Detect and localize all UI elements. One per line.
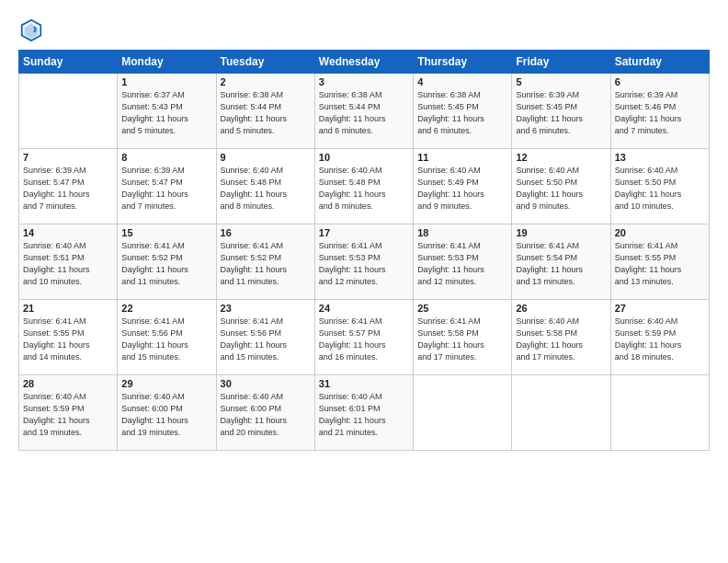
day-info: Sunrise: 6:39 AM Sunset: 5:47 PM Dayligh…	[23, 165, 113, 213]
calendar-cell: 17Sunrise: 6:41 AM Sunset: 5:53 PM Dayli…	[314, 224, 413, 300]
week-row-2: 14Sunrise: 6:40 AM Sunset: 5:51 PM Dayli…	[19, 224, 710, 300]
day-number: 20	[615, 227, 705, 238]
calendar-cell: 21Sunrise: 6:41 AM Sunset: 5:55 PM Dayli…	[19, 300, 118, 375]
calendar-cell: 22Sunrise: 6:41 AM Sunset: 5:56 PM Dayli…	[118, 300, 216, 375]
calendar-cell: 14Sunrise: 6:40 AM Sunset: 5:51 PM Dayli…	[19, 224, 118, 300]
day-number: 25	[417, 303, 507, 314]
header-cell-thursday: Thursday	[414, 51, 512, 74]
calendar-cell	[610, 375, 709, 451]
day-info: Sunrise: 6:41 AM Sunset: 5:55 PM Dayligh…	[615, 240, 705, 288]
day-info: Sunrise: 6:39 AM Sunset: 5:47 PM Dayligh…	[121, 165, 211, 213]
day-number: 7	[23, 152, 113, 163]
day-info: Sunrise: 6:41 AM Sunset: 5:52 PM Dayligh…	[221, 240, 311, 288]
calendar-cell: 26Sunrise: 6:40 AM Sunset: 5:58 PM Dayli…	[512, 300, 610, 375]
header-cell-tuesday: Tuesday	[216, 51, 314, 74]
day-info: Sunrise: 6:40 AM Sunset: 6:01 PM Dayligh…	[319, 391, 409, 439]
day-number: 18	[417, 227, 507, 238]
header-cell-friday: Friday	[512, 51, 610, 74]
week-row-4: 28Sunrise: 6:40 AM Sunset: 5:59 PM Dayli…	[19, 375, 710, 451]
logo-icon	[18, 17, 44, 42]
day-number: 15	[121, 227, 211, 238]
day-number: 21	[23, 303, 113, 314]
day-number: 14	[23, 227, 113, 238]
calendar-cell: 25Sunrise: 6:41 AM Sunset: 5:58 PM Dayli…	[414, 300, 512, 375]
day-info: Sunrise: 6:40 AM Sunset: 6:00 PM Dayligh…	[121, 391, 211, 439]
day-number: 3	[319, 76, 409, 87]
day-number: 16	[221, 227, 311, 238]
day-number: 9	[221, 152, 311, 163]
calendar-cell: 12Sunrise: 6:40 AM Sunset: 5:50 PM Dayli…	[512, 149, 610, 224]
day-info: Sunrise: 6:41 AM Sunset: 5:54 PM Dayligh…	[516, 240, 606, 288]
week-row-0: 1Sunrise: 6:37 AM Sunset: 5:43 PM Daylig…	[19, 74, 710, 149]
day-number: 17	[319, 227, 409, 238]
day-info: Sunrise: 6:41 AM Sunset: 5:52 PM Dayligh…	[121, 240, 211, 288]
day-info: Sunrise: 6:40 AM Sunset: 5:59 PM Dayligh…	[23, 391, 113, 439]
day-number: 4	[417, 76, 507, 87]
day-number: 24	[319, 303, 409, 314]
calendar-page: SundayMondayTuesdayWednesdayThursdayFrid…	[0, 0, 728, 563]
calendar-cell: 31Sunrise: 6:40 AM Sunset: 6:01 PM Dayli…	[314, 375, 413, 451]
calendar-cell: 20Sunrise: 6:41 AM Sunset: 5:55 PM Dayli…	[610, 224, 709, 300]
day-number: 12	[516, 152, 606, 163]
day-number: 23	[221, 303, 311, 314]
day-number: 22	[121, 303, 211, 314]
day-info: Sunrise: 6:40 AM Sunset: 5:49 PM Dayligh…	[417, 165, 507, 213]
calendar-cell: 16Sunrise: 6:41 AM Sunset: 5:52 PM Dayli…	[216, 224, 314, 300]
day-info: Sunrise: 6:37 AM Sunset: 5:43 PM Dayligh…	[121, 89, 211, 137]
header	[18, 17, 710, 42]
calendar-cell: 27Sunrise: 6:40 AM Sunset: 5:59 PM Dayli…	[610, 300, 709, 375]
header-cell-monday: Monday	[118, 51, 216, 74]
day-info: Sunrise: 6:41 AM Sunset: 5:57 PM Dayligh…	[319, 316, 409, 363]
header-row: SundayMondayTuesdayWednesdayThursdayFrid…	[19, 51, 710, 74]
day-number: 27	[615, 303, 705, 314]
day-info: Sunrise: 6:38 AM Sunset: 5:45 PM Dayligh…	[417, 89, 507, 137]
day-info: Sunrise: 6:38 AM Sunset: 5:44 PM Dayligh…	[319, 89, 409, 137]
day-number: 5	[516, 76, 606, 87]
calendar-cell: 24Sunrise: 6:41 AM Sunset: 5:57 PM Dayli…	[314, 300, 413, 375]
calendar-table: SundayMondayTuesdayWednesdayThursdayFrid…	[18, 50, 710, 451]
calendar-cell: 9Sunrise: 6:40 AM Sunset: 5:48 PM Daylig…	[216, 149, 314, 224]
calendar-cell: 4Sunrise: 6:38 AM Sunset: 5:45 PM Daylig…	[414, 74, 512, 149]
day-number: 8	[121, 152, 211, 163]
day-info: Sunrise: 6:40 AM Sunset: 5:50 PM Dayligh…	[516, 165, 606, 213]
day-info: Sunrise: 6:40 AM Sunset: 5:48 PM Dayligh…	[221, 165, 311, 213]
day-number: 29	[121, 378, 211, 389]
day-info: Sunrise: 6:41 AM Sunset: 5:55 PM Dayligh…	[23, 316, 113, 363]
day-number: 6	[615, 76, 705, 87]
day-number: 28	[23, 378, 113, 389]
day-info: Sunrise: 6:40 AM Sunset: 5:48 PM Dayligh…	[319, 165, 409, 213]
day-number: 26	[516, 303, 606, 314]
calendar-cell: 10Sunrise: 6:40 AM Sunset: 5:48 PM Dayli…	[314, 149, 413, 224]
calendar-cell: 30Sunrise: 6:40 AM Sunset: 6:00 PM Dayli…	[216, 375, 314, 451]
day-info: Sunrise: 6:40 AM Sunset: 5:51 PM Dayligh…	[23, 240, 113, 288]
day-info: Sunrise: 6:40 AM Sunset: 6:00 PM Dayligh…	[221, 391, 311, 439]
header-cell-saturday: Saturday	[610, 51, 709, 74]
calendar-cell: 19Sunrise: 6:41 AM Sunset: 5:54 PM Dayli…	[512, 224, 610, 300]
calendar-cell: 28Sunrise: 6:40 AM Sunset: 5:59 PM Dayli…	[19, 375, 118, 451]
day-info: Sunrise: 6:41 AM Sunset: 5:53 PM Dayligh…	[319, 240, 409, 288]
calendar-cell	[19, 74, 118, 149]
day-info: Sunrise: 6:41 AM Sunset: 5:56 PM Dayligh…	[221, 316, 311, 363]
day-info: Sunrise: 6:38 AM Sunset: 5:44 PM Dayligh…	[221, 89, 311, 137]
header-cell-wednesday: Wednesday	[314, 51, 413, 74]
day-number: 1	[121, 76, 211, 87]
calendar-cell	[512, 375, 610, 451]
calendar-cell: 7Sunrise: 6:39 AM Sunset: 5:47 PM Daylig…	[19, 149, 118, 224]
calendar-cell: 11Sunrise: 6:40 AM Sunset: 5:49 PM Dayli…	[414, 149, 512, 224]
day-info: Sunrise: 6:40 AM Sunset: 5:50 PM Dayligh…	[615, 165, 705, 213]
day-number: 13	[615, 152, 705, 163]
day-number: 10	[319, 152, 409, 163]
day-number: 11	[417, 152, 507, 163]
day-info: Sunrise: 6:40 AM Sunset: 5:58 PM Dayligh…	[516, 316, 606, 363]
calendar-cell: 23Sunrise: 6:41 AM Sunset: 5:56 PM Dayli…	[216, 300, 314, 375]
calendar-cell: 8Sunrise: 6:39 AM Sunset: 5:47 PM Daylig…	[118, 149, 216, 224]
week-row-1: 7Sunrise: 6:39 AM Sunset: 5:47 PM Daylig…	[19, 149, 710, 224]
calendar-cell: 2Sunrise: 6:38 AM Sunset: 5:44 PM Daylig…	[216, 74, 314, 149]
day-info: Sunrise: 6:41 AM Sunset: 5:53 PM Dayligh…	[417, 240, 507, 288]
day-info: Sunrise: 6:41 AM Sunset: 5:58 PM Dayligh…	[417, 316, 507, 363]
calendar-cell: 1Sunrise: 6:37 AM Sunset: 5:43 PM Daylig…	[118, 74, 216, 149]
day-info: Sunrise: 6:40 AM Sunset: 5:59 PM Dayligh…	[615, 316, 705, 363]
week-row-3: 21Sunrise: 6:41 AM Sunset: 5:55 PM Dayli…	[19, 300, 710, 375]
day-number: 31	[319, 378, 409, 389]
calendar-cell: 5Sunrise: 6:39 AM Sunset: 5:45 PM Daylig…	[512, 74, 610, 149]
